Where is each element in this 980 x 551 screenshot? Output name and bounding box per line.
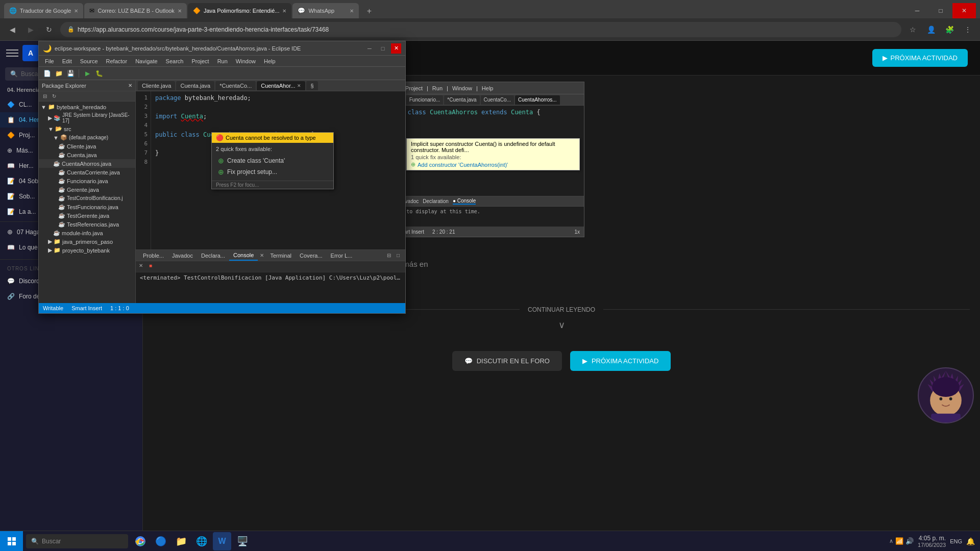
pkg-item-jre[interactable]: ▶📚JRE System Library [JavaSE-17]	[39, 111, 135, 124]
next-activity-button2[interactable]: ▶ PRÓXIMA ACTIVIDAD	[570, 351, 671, 371]
eclipse-close[interactable]: ✕	[391, 43, 401, 54]
pkg-item-default[interactable]: ▼📦(default package)	[39, 133, 135, 142]
console-clear-btn[interactable]: ✕	[139, 263, 147, 271]
pkg-sync[interactable]: ↻	[50, 92, 58, 101]
eclipse2-fix-item[interactable]: ⊕ Add constructor 'CuentaAhorros(int)'	[411, 161, 575, 168]
menu-refactor[interactable]: Refactor	[102, 56, 132, 66]
chevron-down-icon[interactable]: ∨	[153, 319, 970, 331]
pkg-item-testcontrol[interactable]: ☕TestControlBonificacion.j	[39, 194, 135, 203]
taskbar-icon-terminal[interactable]: 🖥️	[233, 532, 252, 550]
editor-tab-cliente[interactable]: Cliente.java	[138, 81, 175, 90]
clock-area[interactable]: 4:05 p. m. 17/06/2023	[918, 535, 946, 548]
eclipse2-tab-func[interactable]: Funcionario...	[406, 95, 444, 105]
toolbar-new[interactable]: 📄	[42, 68, 52, 79]
profile-button[interactable]: 👤	[924, 22, 938, 37]
pkg-item-cuenta[interactable]: ☕Cuenta.java	[39, 151, 135, 159]
forum-button[interactable]: 💬 DISCUTIR EN EL FORO	[452, 351, 562, 371]
lang-indicator[interactable]: ENG	[950, 538, 962, 544]
quickfix-item-create[interactable]: ⊕ Create class 'Cuenta'	[216, 155, 329, 166]
taskbar-icon-ie[interactable]: 🌐	[192, 532, 211, 550]
bookmark-button[interactable]: ☆	[905, 22, 920, 37]
forward-button[interactable]: ▶	[23, 22, 38, 37]
address-bar[interactable]: 🔒 https://app.aluracursos.com/course/jav…	[60, 22, 901, 37]
tray-chevron[interactable]: ∧	[889, 538, 893, 544]
toolbar-open[interactable]: 📁	[54, 68, 64, 79]
eclipse-restore[interactable]: □	[378, 43, 388, 54]
taskbar-search[interactable]: 🔍 Buscar	[26, 534, 128, 548]
pkg-collapse[interactable]: ⊟	[41, 92, 49, 101]
console-tab-coverage[interactable]: Covera...	[296, 250, 327, 261]
menu-help[interactable]: Help	[260, 56, 280, 66]
pkg-item-cuentaahorros[interactable]: ☕CuentaAhorros.java	[39, 159, 135, 168]
back-button[interactable]: ◀	[5, 22, 19, 37]
eclipse2-tab-cuenta[interactable]: *Cuenta.java	[444, 95, 479, 105]
console-tab-declaration[interactable]: Declara...	[197, 250, 229, 261]
reload-button[interactable]: ↻	[42, 22, 56, 37]
toolbar-save[interactable]: 💾	[65, 68, 76, 79]
pkg-item-funcionario[interactable]: ☕Funcionario.java	[39, 177, 135, 185]
pkg-item-src[interactable]: ▼📂src	[39, 124, 135, 133]
console-tab-close[interactable]: ✕	[258, 253, 266, 258]
editor-tab-extra[interactable]: §	[306, 81, 317, 90]
pkg-item-proyecto[interactable]: ▶📁proyecto_bytebank	[39, 246, 135, 255]
console-stop-btn[interactable]: ■	[149, 263, 157, 271]
quickfix-item-fix[interactable]: ⊕ Fix project setup...	[216, 166, 329, 178]
extensions-button[interactable]: 🧩	[942, 22, 957, 37]
pkg-item-testfunc[interactable]: ☕TestFuncionario.java	[39, 203, 135, 211]
pkg-item-cliente[interactable]: ☕Cliente.java	[39, 142, 135, 151]
toolbar-run[interactable]: ▶	[82, 68, 92, 79]
tray-network[interactable]: 📶	[895, 537, 903, 545]
eclipse2-tab-active[interactable]: CuentaAhorros...	[515, 95, 560, 105]
console-tab-javadoc[interactable]: Javadoc	[168, 250, 197, 261]
tab-close-outlook[interactable]: ✕	[178, 8, 182, 14]
menu-source[interactable]: Source	[76, 56, 102, 66]
taskbar-icon-vscode[interactable]: 🔵	[152, 532, 170, 550]
tab-close[interactable]: ✕	[74, 8, 78, 14]
editor-tab-cuentaahorros-active[interactable]: CuentaAhor... ✕	[257, 81, 305, 90]
pkg-item-bytebank[interactable]: ▼📁bytebank_heredado	[39, 103, 135, 111]
notification-btn[interactable]: 🔔	[966, 537, 975, 545]
pkg-item-cuentacorriente[interactable]: ☕CuentaCorriente.java	[39, 168, 135, 177]
eclipse-minimize[interactable]: ─	[364, 43, 375, 54]
menu-icon[interactable]	[6, 47, 18, 59]
taskbar-icon-explorer[interactable]: 📁	[172, 532, 190, 550]
menu-edit[interactable]: Edit	[58, 56, 76, 66]
console-tab-error[interactable]: Error L...	[327, 250, 357, 261]
pkg-item-gerente[interactable]: ☕Gerente.java	[39, 185, 135, 194]
pkg-close-btn[interactable]: ✕	[128, 83, 132, 88]
new-tab-button[interactable]: +	[362, 4, 376, 18]
tab-outlook[interactable]: ✉ Correo: LUZ BAEZ B - Outlook ✕	[84, 3, 186, 18]
menu-navigate[interactable]: Navigate	[131, 56, 161, 66]
console-toolbar-btn2[interactable]: □	[394, 252, 402, 260]
menu-run[interactable]: Run	[213, 56, 232, 66]
editor-tab-cuenta[interactable]: Cuenta.java	[176, 81, 214, 90]
tab-close-java[interactable]: ✕	[282, 8, 286, 14]
toolbar-debug[interactable]: 🐛	[94, 68, 104, 79]
menu-window[interactable]: Window	[232, 56, 260, 66]
menu-project[interactable]: Project	[187, 56, 213, 66]
tab-whatsapp[interactable]: 💬 WhatsApp ✕	[292, 3, 359, 18]
tab-close-wa[interactable]: ✕	[350, 8, 354, 14]
pkg-item-testref[interactable]: ☕TestReferencias.java	[39, 220, 135, 229]
pkg-item-moduleinfo[interactable]: ☕module-info.java	[39, 229, 135, 237]
code-editor[interactable]: 12345678 package bytebank_heredado; impo…	[136, 91, 405, 249]
pkg-item-testgerente[interactable]: ☕TestGerente.java	[39, 211, 135, 220]
menu-search[interactable]: Search	[162, 56, 188, 66]
next-activity-button[interactable]: ▶ PRÓXIMA ACTIVIDAD	[872, 49, 968, 67]
browser-close[interactable]: ✕	[952, 3, 976, 18]
tab-translator[interactable]: 🌐 Traductor de Google ✕	[4, 3, 83, 18]
browser-maximize[interactable]: □	[929, 3, 952, 18]
tab-java-active[interactable]: 🔶 Java Polimorfismo: Entendié... ✕	[188, 3, 292, 18]
taskbar-icon-chrome[interactable]	[131, 532, 150, 550]
console-tab-problems[interactable]: Proble...	[139, 250, 168, 261]
pkg-item-primeros[interactable]: ▶📁java_primeros_paso	[39, 237, 135, 246]
start-button[interactable]	[0, 531, 23, 551]
console-tab-terminal[interactable]: Terminal	[266, 250, 296, 261]
console-toolbar-btn1[interactable]: ⊟	[385, 252, 393, 260]
tray-volume[interactable]: 🔊	[905, 537, 914, 545]
eclipse2-tab-cuentaco[interactable]: CuentaCo...	[481, 95, 514, 105]
settings-button[interactable]: ⋮	[961, 22, 975, 37]
editor-tab-cuentaco[interactable]: *CuentaCo...	[215, 81, 256, 90]
console-tab-console[interactable]: Console	[229, 250, 258, 261]
menu-file[interactable]: File	[41, 56, 58, 66]
